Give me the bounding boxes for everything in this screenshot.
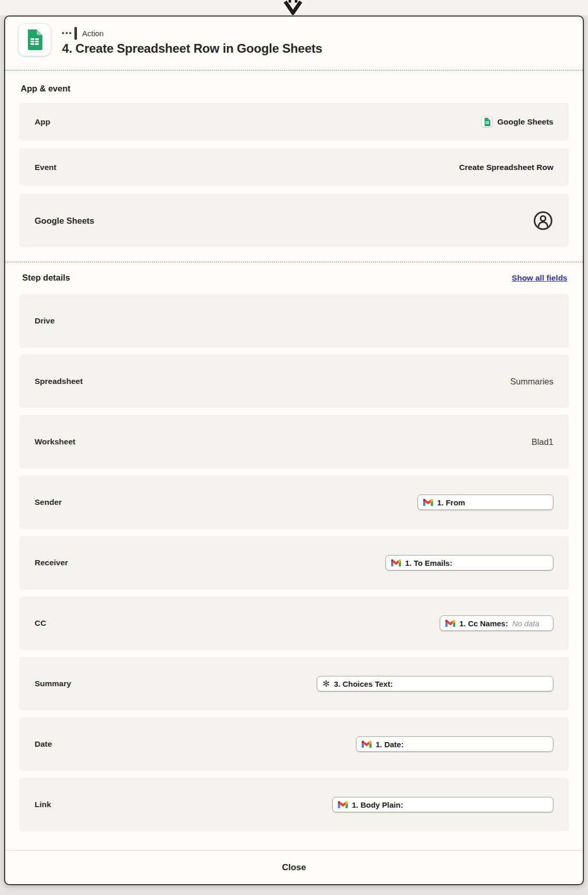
chip-text: 1. Cc Names:: [459, 619, 508, 628]
chip-no-data-text: No data: [512, 619, 539, 628]
step-details-section: Step details Show all fields Drive Sprea…: [5, 261, 583, 838]
field-row-date[interactable]: Date 1. Date:: [19, 717, 569, 771]
field-row-summary[interactable]: Summary ✻ 3. Choices Text:: [19, 657, 569, 711]
action-step-icon: [62, 27, 77, 40]
field-value-worksheet: Blad1: [532, 437, 553, 447]
gmail-icon: [423, 499, 433, 506]
event-row-value-text: Create Spreadsheet Row: [459, 163, 553, 172]
zapier-editor-background: { "header": { "step_type": "Action", "ti…: [0, 0, 588, 895]
mapped-field-chip-cc[interactable]: 1. Cc Names: No data: [440, 615, 553, 631]
mapped-field-chip-summary[interactable]: ✻ 3. Choices Text:: [317, 676, 553, 691]
field-row-link[interactable]: Link 1. Body Plain:: [19, 778, 569, 831]
flow-connector-arrow-icon: [283, 0, 303, 15]
field-value-spreadsheet: Summaries: [510, 377, 553, 387]
account-avatar-icon: [533, 210, 553, 231]
chip-text: 1. To Emails:: [405, 559, 452, 567]
field-row-cc[interactable]: CC 1. Cc Names: No data: [19, 596, 569, 650]
field-label-receiver: Receiver: [35, 558, 68, 567]
app-row-value: Google Sheets: [482, 116, 553, 127]
field-row-receiver[interactable]: Receiver 1. To Emails:: [19, 536, 569, 590]
show-all-fields-link[interactable]: Show all fields: [512, 273, 567, 283]
google-sheets-icon: [27, 29, 42, 50]
google-sheets-mini-tile: [482, 116, 492, 127]
gmail-icon: [338, 801, 348, 809]
field-label-summary: Summary: [35, 679, 71, 688]
field-label-sender: Sender: [35, 498, 62, 507]
app-row-value-text: Google Sheets: [497, 117, 553, 127]
field-label-drive: Drive: [35, 316, 55, 326]
field-row-spreadsheet[interactable]: Spreadsheet Summaries: [19, 354, 569, 408]
field-row-worksheet[interactable]: Worksheet Blad1: [19, 415, 569, 469]
app-row[interactable]: App Google Sheets: [19, 103, 569, 141]
openai-icon: ✻: [322, 680, 330, 688]
account-row[interactable]: Google Sheets: [19, 194, 569, 248]
account-row-label: Google Sheets: [35, 216, 95, 226]
gmail-icon: [445, 620, 455, 627]
close-button-label: Close: [282, 862, 306, 873]
field-row-sender[interactable]: Sender 1. From: [19, 475, 569, 529]
app-row-label: App: [35, 117, 50, 127]
field-label-worksheet: Worksheet: [35, 437, 75, 446]
google-sheets-icon: [484, 118, 490, 126]
step-type-line: Action: [62, 26, 322, 40]
step-details-heading: Step details: [22, 273, 70, 283]
mapped-field-chip-date[interactable]: 1. Date:: [356, 736, 553, 752]
step-title: 4. Create Spreadsheet Row in Google Shee…: [62, 41, 322, 56]
close-button[interactable]: Close: [5, 850, 583, 884]
mapped-field-chip-sender[interactable]: 1. From: [417, 495, 553, 510]
zap-step-panel: Action 4. Create Spreadsheet Row in Goog…: [4, 16, 584, 885]
google-sheets-app-tile: [19, 24, 51, 56]
field-label-spreadsheet: Spreadsheet: [35, 377, 83, 386]
mapped-field-chip-link[interactable]: 1. Body Plain:: [332, 797, 553, 812]
field-label-cc: CC: [35, 619, 46, 628]
step-type-label: Action: [82, 29, 104, 38]
chip-text: 3. Choices Text:: [334, 680, 393, 688]
step-header: Action 4. Create Spreadsheet Row in Goog…: [5, 17, 583, 71]
event-row-label: Event: [35, 163, 56, 172]
chip-text: 1. Date:: [376, 740, 404, 749]
chip-text: 1. From: [437, 498, 465, 507]
gmail-icon: [362, 740, 372, 748]
field-label-date: Date: [35, 739, 52, 749]
field-label-link: Link: [35, 800, 51, 809]
app-event-heading: App & event: [21, 84, 567, 94]
step-details-header-row: Step details Show all fields: [21, 273, 567, 283]
event-row[interactable]: Event Create Spreadsheet Row: [19, 148, 569, 186]
app-event-section: App & event App Google Sheets Event Crea…: [5, 71, 583, 261]
step-header-text: Action 4. Create Spreadsheet Row in Goog…: [62, 24, 322, 56]
field-row-drive[interactable]: Drive: [19, 294, 569, 348]
chip-text: 1. Body Plain:: [352, 800, 403, 809]
mapped-field-chip-receiver[interactable]: 1. To Emails:: [385, 555, 553, 570]
gmail-icon: [391, 559, 401, 567]
